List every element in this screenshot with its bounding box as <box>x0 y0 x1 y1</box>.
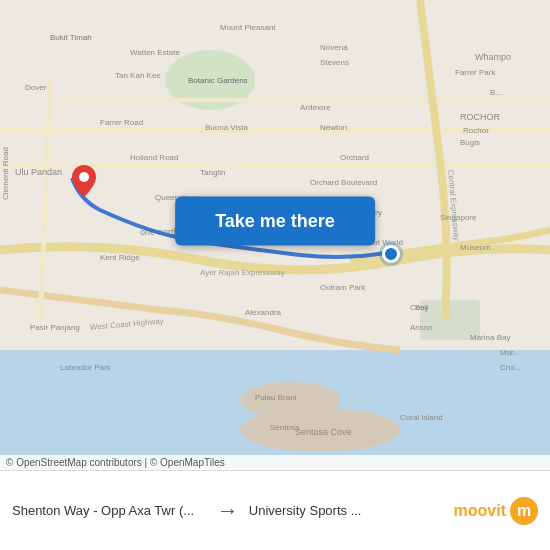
svg-text:Mar...: Mar... <box>500 348 520 357</box>
moovit-logo: moovit m <box>454 497 538 525</box>
svg-text:Orchard Boulevard: Orchard Boulevard <box>310 178 377 187</box>
svg-text:B...: B... <box>490 88 502 97</box>
svg-text:Farrer Park: Farrer Park <box>455 68 496 77</box>
svg-text:Museum: Museum <box>460 243 491 252</box>
destination-endpoint: University Sports ... <box>249 503 444 518</box>
svg-text:Buona Vista: Buona Vista <box>205 123 249 132</box>
svg-text:Farrer Road: Farrer Road <box>100 118 143 127</box>
svg-text:Rochor: Rochor <box>463 126 489 135</box>
svg-text:Labrador Park: Labrador Park <box>60 363 112 372</box>
svg-text:Novena: Novena <box>320 43 348 52</box>
route-arrow-icon: → <box>217 498 239 524</box>
take-me-there-button[interactable]: Take me there <box>175 196 375 245</box>
moovit-text: moovit <box>454 502 506 520</box>
svg-text:Pasir Panjang: Pasir Panjang <box>30 323 80 332</box>
destination-label: University Sports ... <box>249 503 444 518</box>
svg-text:Botanic Gardens: Botanic Gardens <box>188 76 248 85</box>
svg-text:Alexandra: Alexandra <box>245 308 282 317</box>
map-attribution: © OpenStreetMap contributors | © OpenMap… <box>0 455 550 470</box>
svg-text:Holland Road: Holland Road <box>130 153 178 162</box>
svg-text:Bay: Bay <box>415 303 429 312</box>
svg-text:Tanglin: Tanglin <box>200 168 225 177</box>
svg-point-59 <box>79 172 89 182</box>
svg-text:Ulu Pandan: Ulu Pandan <box>15 167 62 177</box>
svg-text:Crui...: Crui... <box>500 363 521 372</box>
svg-text:Ayer Rajah Expressway: Ayer Rajah Expressway <box>200 268 285 277</box>
bottom-bar: Shenton Way - Opp Axa Twr (... → Univers… <box>0 470 550 550</box>
origin-marker <box>72 165 96 201</box>
svg-text:Anson: Anson <box>410 323 433 332</box>
svg-text:Newton: Newton <box>320 123 347 132</box>
svg-text:one-north: one-north <box>140 227 179 237</box>
map-container: Sentosa Cove Botanic Gardens Farrer Road… <box>0 0 550 470</box>
svg-text:Sentosa Cove: Sentosa Cove <box>295 427 352 437</box>
svg-text:ROCHOR: ROCHOR <box>460 112 500 122</box>
svg-text:Stevens: Stevens <box>320 58 349 67</box>
svg-text:Coral Island: Coral Island <box>400 413 443 422</box>
svg-text:Kent Ridge: Kent Ridge <box>100 253 140 262</box>
moovit-icon: m <box>510 497 538 525</box>
svg-text:Bugis: Bugis <box>460 138 480 147</box>
svg-text:Whampo: Whampo <box>475 52 511 62</box>
svg-text:Ardmore: Ardmore <box>300 103 331 112</box>
destination-marker <box>382 245 400 263</box>
svg-text:Marina Bay: Marina Bay <box>470 333 510 342</box>
svg-text:Outram Park: Outram Park <box>320 283 366 292</box>
svg-text:Bukit Timah: Bukit Timah <box>50 33 92 42</box>
svg-text:Pulau Brani: Pulau Brani <box>255 393 297 402</box>
svg-text:Sentosa: Sentosa <box>270 423 300 432</box>
svg-text:Dover: Dover <box>25 83 47 92</box>
svg-text:Watten Estate: Watten Estate <box>130 48 181 57</box>
svg-text:Clementi Road: Clementi Road <box>1 147 10 200</box>
origin-label: Shenton Way - Opp Axa Twr (... <box>12 503 207 518</box>
svg-text:Mount Pleasant: Mount Pleasant <box>220 23 276 32</box>
svg-text:Orchard: Orchard <box>340 153 369 162</box>
svg-text:Singapore: Singapore <box>440 213 477 222</box>
origin-endpoint: Shenton Way - Opp Axa Twr (... <box>12 503 207 518</box>
svg-text:Tan Kah Kee: Tan Kah Kee <box>115 71 161 80</box>
